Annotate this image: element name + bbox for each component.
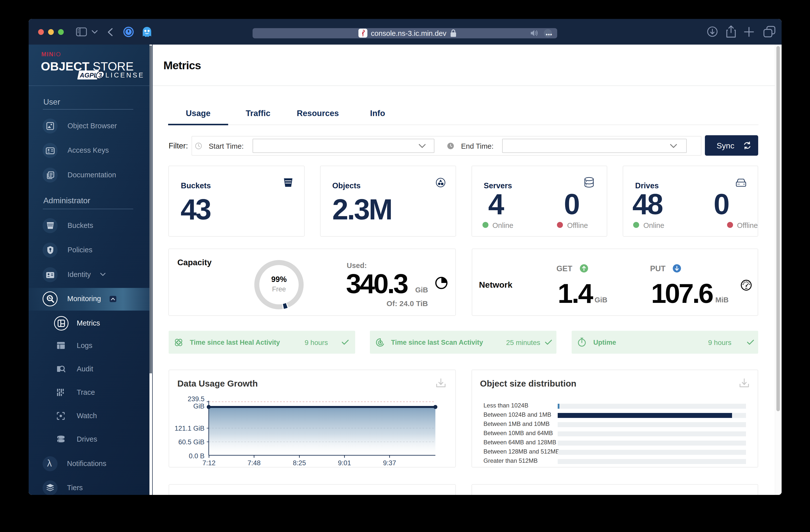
svg-text:3: 3 xyxy=(98,72,102,79)
